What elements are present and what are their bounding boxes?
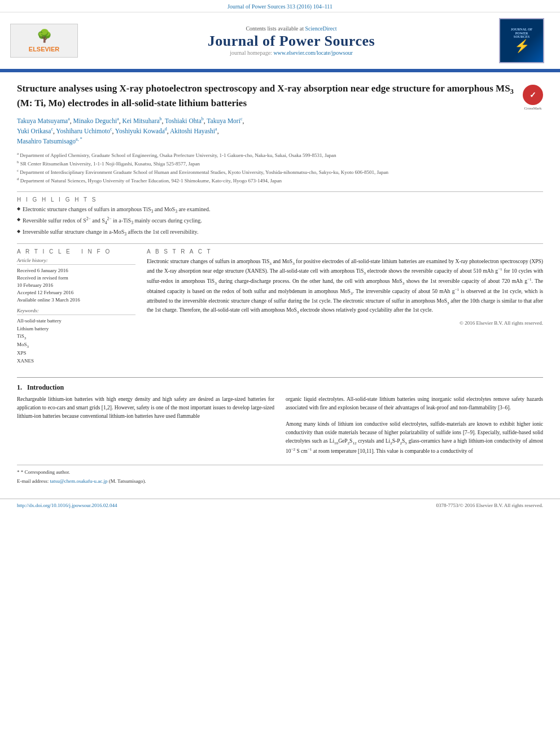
highlights-label: H I G H L I G H T S xyxy=(17,196,543,203)
journal-ref: Journal of Power Sources 313 (2016) 104–… xyxy=(228,3,333,10)
crossmark-icon: ✓ xyxy=(523,85,543,105)
author-kowada[interactable]: Yoshiyuki Kowada xyxy=(115,127,165,134)
keywords-list: All-solid-state battery Lithium battery … xyxy=(17,317,135,365)
affiliation-c: c Department of Interdisciplinary Enviro… xyxy=(17,168,543,176)
keywords-label: Keywords: xyxy=(17,308,135,315)
badge-icon: ⚡ xyxy=(514,39,530,54)
bottom-bar: http://dx.doi.org/10.1016/j.jpowsour.201… xyxy=(0,499,560,512)
article-info-col: A R T I C L E I N F O Article history: R… xyxy=(17,248,135,370)
crossmark-label: CrossMark xyxy=(523,106,543,111)
available-date: Available online 3 March 2016 xyxy=(17,296,135,303)
footnote-email: E-mail address: tatsu@chem.osakafu-u.ac.… xyxy=(17,478,543,485)
elsevier-logo: 🌳 ELSEVIER xyxy=(10,24,78,58)
author-matsuyama[interactable]: Takuya Matsuyama xyxy=(17,117,68,124)
history-label: Article history: xyxy=(17,257,135,265)
article-info-label: A R T I C L E I N F O xyxy=(17,248,135,255)
accepted-date: Accepted 12 February 2016 xyxy=(17,289,135,296)
issn-text: 0378-7753/© 2016 Elsevier B.V. All right… xyxy=(436,503,543,508)
top-bar: Journal of Power Sources 313 (2016) 104–… xyxy=(0,0,560,12)
authors: Takuya Matsuyamaa, Minako Deguchia, Kei … xyxy=(17,116,543,146)
received-date: Received 6 January 2016 xyxy=(17,267,135,274)
doi-link[interactable]: http://dx.doi.org/10.1016/j.jpowsour.201… xyxy=(17,503,117,508)
author-mori[interactable]: Takuya Mori xyxy=(207,117,240,124)
received-revised-label: Received in revised form xyxy=(17,274,135,281)
affiliation-a: a Department of Applied Chemistry, Gradu… xyxy=(17,151,543,159)
abstract-label: A B S T R A C T xyxy=(147,248,543,255)
author-deguchi[interactable]: Minako Deguchi xyxy=(73,117,117,124)
highlight-3: Irreversible sulfur structure change in … xyxy=(17,228,543,238)
science-direct-label: Contents lists available at ScienceDirec… xyxy=(84,25,499,32)
author-uchimoto[interactable]: Yoshiharu Uchimoto xyxy=(56,127,110,134)
journal-homepage: journal homepage: www.elsevier.com/locat… xyxy=(84,50,499,56)
journal-header: 🌳 ELSEVIER Contents lists available at S… xyxy=(0,12,560,71)
affiliation-d: d Department of Natural Sciences, Hyogo … xyxy=(17,176,543,185)
journal-title: Journal of Power Sources xyxy=(84,33,499,50)
abstract-col: A B S T R A C T Electronic structure cha… xyxy=(147,248,543,370)
highlight-1: Electronic structure changes of sulfurs … xyxy=(17,206,543,215)
abstract-text: Electronic structure changes of sulfurs … xyxy=(147,257,543,316)
author-hayashi[interactable]: Akitoshi Hayashi xyxy=(170,127,215,134)
journal-badge: JOURNAL OFPOWERSOURCES ⚡ xyxy=(499,18,544,63)
article-content: Structure analyses using X-ray photoelec… xyxy=(0,72,560,493)
author-mitsuhara[interactable]: Kei Mitsuhara xyxy=(122,117,159,124)
footnote-email-link[interactable]: tatsu@chem.osakafu-u.ac.jp xyxy=(50,478,107,484)
journal-badge-container: JOURNAL OFPOWERSOURCES ⚡ xyxy=(499,18,550,63)
footnote-corresponding: * * Corresponding author. xyxy=(17,469,543,476)
article-title: Structure analyses using X-ray photoelec… xyxy=(17,82,517,110)
author-orikasa[interactable]: Yuki Orikasa xyxy=(17,127,51,134)
intro-heading: 1. Introduction xyxy=(17,383,543,392)
keywords-section: Keywords: All-solid-state battery Lithiu… xyxy=(17,308,135,365)
highlight-2: Reversible sulfur redox of S2− and S42− … xyxy=(17,216,543,226)
intro-col-right: organic liquid electrolytes. All-solid-s… xyxy=(286,395,543,455)
info-abstract: A R T I C L E I N F O Article history: R… xyxy=(17,243,543,370)
journal-header-center: Contents lists available at ScienceDirec… xyxy=(84,25,499,56)
footnote-area: * * Corresponding author. E-mail address… xyxy=(17,465,543,485)
badge-title: JOURNAL OFPOWERSOURCES xyxy=(511,28,533,39)
intro-two-col: Rechargeable lithium-ion batteries with … xyxy=(17,395,543,455)
copyright-line: © 2016 Elsevier B.V. All rights reserved… xyxy=(147,320,543,326)
affiliation-b: b SR Center Ritsumeikan University, 1-1-… xyxy=(17,159,543,168)
author-tatsumisago[interactable]: Masahiro Tatsumisago xyxy=(17,138,76,145)
crossmark-badge: ✓ CrossMark xyxy=(523,85,543,105)
elsevier-logo-container: 🌳 ELSEVIER xyxy=(10,24,84,58)
elsevier-tree-icon: 🌳 xyxy=(37,29,52,43)
affiliations: a Department of Applied Chemistry, Gradu… xyxy=(17,151,543,185)
article-title-section: Structure analyses using X-ray photoelec… xyxy=(17,82,543,110)
highlights-section: H I G H L I G H T S Electronic structure… xyxy=(17,191,543,238)
homepage-link[interactable]: www.elsevier.com/locate/jpowsour xyxy=(273,50,352,56)
received-revised-date: 10 February 2016 xyxy=(17,282,135,289)
intro-section: 1. Introduction Rechargeable lithium-ion… xyxy=(17,383,543,455)
section-divider xyxy=(17,377,543,378)
elsevier-text: ELSEVIER xyxy=(29,46,59,53)
author-ohta[interactable]: Toshiaki Ohta xyxy=(165,117,202,124)
article-history: Article history: Received 6 January 2016… xyxy=(17,257,135,304)
science-direct-link[interactable]: ScienceDirect xyxy=(305,25,336,32)
intro-col-left: Rechargeable lithium-ion batteries with … xyxy=(17,395,274,455)
